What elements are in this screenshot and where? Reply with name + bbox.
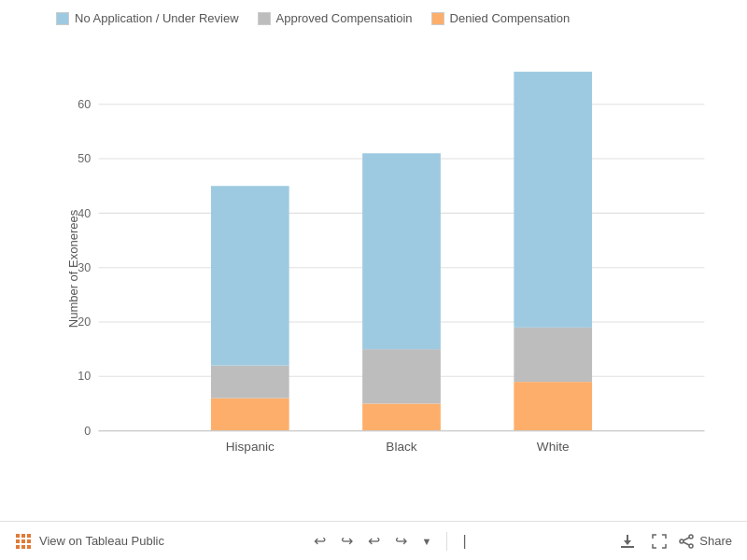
svg-rect-30	[16, 539, 20, 543]
legend-label-denied: Denied Compensation	[450, 11, 571, 25]
legend-label-no-app: No Application / Under Review	[75, 11, 239, 25]
divider	[446, 532, 447, 551]
svg-rect-24	[514, 72, 592, 328]
svg-point-40	[689, 535, 693, 539]
redo-button[interactable]: ↪	[337, 530, 357, 552]
pipe-button[interactable]: |	[458, 531, 470, 552]
legend-label-approved: Approved Compensatioin	[276, 11, 413, 25]
svg-text:10: 10	[78, 370, 91, 383]
svg-rect-22	[514, 382, 592, 430]
bar-chart: 0102030405060HispanicBlackWhite	[93, 40, 710, 460]
share-label: Share	[699, 534, 732, 548]
chart-area: Number of Exonerees 0102030405060Hispani…	[56, 40, 710, 497]
svg-rect-23	[514, 328, 592, 382]
svg-rect-32	[27, 539, 31, 543]
share-icon	[679, 534, 694, 549]
svg-point-41	[680, 539, 684, 543]
tableau-link[interactable]: View on Tableau Public	[15, 533, 164, 550]
legend-swatch-approved	[258, 12, 271, 25]
legend-item-approved: Approved Compensatioin	[258, 11, 413, 25]
svg-rect-14	[211, 399, 289, 431]
svg-rect-28	[21, 534, 25, 538]
toolbar-right: Share	[615, 531, 732, 552]
svg-text:40: 40	[78, 207, 91, 220]
toolbar-center: ↩ ↪ ↩ ↪ ▼ |	[310, 530, 471, 552]
legend-swatch-no-app	[56, 12, 69, 25]
svg-rect-33	[16, 545, 20, 549]
svg-text:20: 20	[78, 315, 91, 329]
toolbar: View on Tableau Public ↩ ↪ ↩ ↪ ▼ |	[0, 521, 747, 560]
svg-line-43	[684, 538, 689, 540]
tableau-link-label: View on Tableau Public	[39, 534, 164, 548]
svg-rect-36	[621, 546, 634, 548]
svg-rect-27	[16, 534, 20, 538]
download-icon	[619, 533, 636, 550]
svg-text:0: 0	[84, 425, 91, 438]
chart-legend: No Application / Under ReviewApproved Co…	[0, 0, 747, 31]
share-button[interactable]: Share	[679, 534, 732, 549]
svg-text:Black: Black	[386, 440, 416, 454]
svg-rect-19	[362, 349, 441, 403]
fullscreen-icon	[651, 533, 668, 550]
fullscreen-button[interactable]	[647, 531, 671, 552]
svg-rect-35	[27, 545, 31, 549]
tableau-icon	[15, 533, 32, 550]
download-button[interactable]	[615, 531, 640, 552]
legend-swatch-denied	[431, 12, 444, 25]
svg-text:50: 50	[78, 152, 91, 165]
redo2-button[interactable]: ↪	[391, 530, 411, 552]
svg-point-42	[689, 544, 693, 548]
chart-container: No Application / Under ReviewApproved Co…	[0, 0, 747, 560]
svg-rect-31	[21, 539, 25, 543]
svg-rect-15	[211, 366, 289, 399]
svg-text:Hispanic: Hispanic	[226, 440, 275, 454]
svg-rect-20	[362, 153, 441, 349]
svg-rect-16	[211, 186, 289, 365]
legend-item-denied: Denied Compensation	[431, 11, 571, 25]
undo2-button[interactable]: ↩	[364, 530, 384, 552]
svg-marker-39	[624, 540, 631, 545]
svg-rect-29	[27, 534, 31, 538]
svg-text:60: 60	[78, 98, 91, 111]
svg-text:30: 30	[78, 261, 91, 274]
svg-line-44	[684, 542, 689, 545]
undo-button[interactable]: ↩	[310, 530, 330, 552]
svg-text:White: White	[537, 440, 570, 454]
legend-item-no-app: No Application / Under Review	[56, 11, 239, 25]
dropdown-button[interactable]: ▼	[418, 534, 436, 549]
svg-rect-34	[21, 545, 25, 549]
svg-rect-18	[362, 403, 441, 430]
